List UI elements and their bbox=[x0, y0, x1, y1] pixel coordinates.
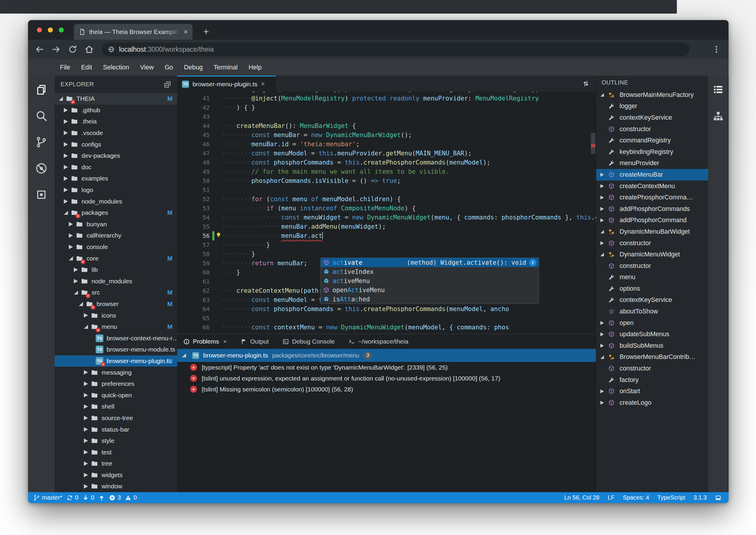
chevron-expanded-icon[interactable] bbox=[59, 97, 63, 101]
tree-item-core[interactable]: ×coreM bbox=[55, 253, 177, 264]
chevron-collapsed-icon[interactable] bbox=[64, 119, 68, 124]
problems-file-row[interactable]: TS browser-menu-plugin.ts packages/core/… bbox=[177, 349, 596, 362]
code-line[interactable]: 50········phosphorCommands.isVisible·=·(… bbox=[177, 176, 596, 185]
outline-item-onstart[interactable]: onStart bbox=[596, 385, 708, 397]
close-window-button[interactable] bbox=[37, 27, 42, 33]
menu-item-selection[interactable]: Selection bbox=[103, 64, 129, 71]
tree-item-logo[interactable]: logo bbox=[55, 184, 177, 196]
tree-item-browser-context-menu-r-[interactable]: TSbrowser-context-menu-r… bbox=[55, 332, 177, 344]
outline-item-dynamicmenuwidget[interactable]: DynamicMenuWidget bbox=[596, 249, 708, 260]
chevron-collapsed-icon[interactable] bbox=[64, 131, 68, 135]
menu-item-go[interactable]: Go bbox=[165, 64, 173, 71]
reload-icon[interactable] bbox=[68, 44, 78, 54]
outline-item-constructor[interactable]: constructor bbox=[596, 238, 708, 249]
tree-item-preferences[interactable]: preferences bbox=[55, 378, 177, 390]
chevron-collapsed-icon[interactable] bbox=[64, 188, 68, 192]
tree-item-console[interactable]: console bbox=[55, 241, 177, 253]
outline-item-open[interactable]: open bbox=[596, 317, 708, 329]
problem-item[interactable]: ×[typescript] Property 'act' does not ex… bbox=[177, 362, 596, 373]
chevron-collapsed-icon[interactable] bbox=[84, 416, 88, 420]
new-tab-button[interactable]: + bbox=[199, 24, 213, 40]
chevron-collapsed-icon[interactable] bbox=[600, 184, 604, 188]
lightbulb-icon[interactable] bbox=[215, 231, 222, 239]
tree-item-browser[interactable]: ×browserM bbox=[55, 298, 177, 310]
chevron-collapsed-icon[interactable] bbox=[600, 196, 604, 199]
status-warnings[interactable]: 0 bbox=[125, 494, 137, 501]
code-line[interactable]: 66········const·contextMenu·=·new·Dynami… bbox=[177, 323, 596, 332]
suggestion-item[interactable]: activeIndex bbox=[321, 267, 539, 276]
suggestion-item[interactable]: activate(method) Widget.activate(): void… bbox=[321, 258, 539, 267]
chevron-collapsed-icon[interactable] bbox=[84, 450, 88, 454]
tree-item--github[interactable]: .github bbox=[55, 104, 177, 116]
panel-tab-output[interactable]: Output bbox=[240, 338, 269, 345]
chevron-collapsed-icon[interactable] bbox=[600, 241, 604, 245]
chevron-collapsed-icon[interactable] bbox=[84, 462, 88, 466]
outline-item-commandregistry[interactable]: commandRegistry bbox=[596, 135, 708, 146]
chevron-expanded-icon[interactable] bbox=[69, 256, 73, 261]
tree-item--vscode[interactable]: .vscode bbox=[55, 127, 177, 139]
outline-item-options[interactable]: options bbox=[596, 283, 708, 295]
outline-item-logger[interactable]: logger bbox=[596, 101, 708, 112]
tree-item-status-bar[interactable]: status-bar bbox=[55, 424, 177, 435]
code-line[interactable]: 56················menuBar.act bbox=[177, 231, 596, 240]
chevron-expanded-icon[interactable] bbox=[84, 325, 88, 329]
chevron-collapsed-icon[interactable] bbox=[74, 268, 78, 272]
tree-item-doc[interactable]: doc bbox=[55, 162, 177, 173]
code-line[interactable]: 53············if·(menu·instanceof·Compos… bbox=[177, 204, 596, 213]
outline-item-constructor[interactable]: constructor bbox=[596, 260, 708, 272]
outline-item-menuprovider[interactable]: menuProvider bbox=[596, 158, 708, 169]
tree-item-configs[interactable]: configs bbox=[55, 139, 177, 150]
close-panel-tab-icon[interactable]: × bbox=[223, 338, 227, 345]
code-line[interactable]: 48········const·phosphorCommands·=·this.… bbox=[177, 158, 596, 167]
code-line[interactable]: 54················const·menuWidget·=·new… bbox=[177, 213, 596, 222]
chevron-expanded-icon[interactable] bbox=[74, 290, 78, 295]
menu-item-edit[interactable]: Edit bbox=[81, 64, 92, 71]
forward-icon[interactable] bbox=[51, 44, 61, 54]
chevron-collapsed-icon[interactable] bbox=[84, 473, 88, 477]
chevron-collapsed-icon[interactable] bbox=[69, 245, 73, 249]
tree-item-dev-packages[interactable]: dev-packages bbox=[55, 150, 177, 162]
tree-item-source-tree[interactable]: source-tree bbox=[55, 412, 177, 424]
code-line[interactable]: 52········for·(const·menu·of·menuModel.c… bbox=[177, 195, 596, 204]
files-icon[interactable] bbox=[35, 83, 47, 96]
outline-item-createlogo[interactable]: createLogo bbox=[596, 397, 708, 408]
tree-item-menu[interactable]: ×menuM bbox=[55, 321, 177, 333]
chevron-collapsed-icon[interactable] bbox=[600, 207, 604, 211]
chevron-collapsed-icon[interactable] bbox=[64, 108, 68, 112]
chevron-expanded-icon[interactable] bbox=[600, 93, 604, 97]
code-line[interactable]: 46········menuBar.id·=·'theia:menubar'; bbox=[177, 140, 596, 149]
menu-item-help[interactable]: Help bbox=[249, 64, 262, 71]
debug-off-icon[interactable] bbox=[35, 162, 47, 175]
chevron-collapsed-icon[interactable] bbox=[600, 218, 604, 222]
chevron-collapsed-icon[interactable] bbox=[600, 401, 604, 405]
outline-item-constructor[interactable]: constructor bbox=[596, 363, 708, 374]
menu-item-view[interactable]: View bbox=[140, 64, 153, 71]
outline-item-contextkeyservice[interactable]: contextKeyService bbox=[596, 112, 708, 124]
status-cursor-position[interactable]: Ln 56, Col 28 bbox=[564, 494, 600, 501]
menu-item-debug[interactable]: Debug bbox=[184, 64, 202, 71]
tree-item-quick-open[interactable]: quick-open bbox=[55, 389, 177, 401]
menu-item-terminal[interactable]: Terminal bbox=[213, 64, 237, 71]
code-line[interactable]: 45········const·menuBar·=·new·DynamicMen… bbox=[177, 130, 596, 140]
tree-item-callhierarchy[interactable]: callhierarchy bbox=[55, 230, 177, 241]
tree-item--theia[interactable]: .theia bbox=[55, 116, 177, 127]
status-git-branch[interactable]: master* bbox=[33, 494, 62, 501]
status-git-push[interactable] bbox=[98, 494, 105, 501]
tree-item-style[interactable]: style bbox=[55, 435, 177, 447]
status-errors[interactable]: 3 bbox=[109, 494, 121, 501]
code-line[interactable]: 57············} bbox=[177, 240, 596, 250]
problem-item[interactable]: ×[tslint] unused expression, expected an… bbox=[177, 373, 596, 384]
status-indentation[interactable]: Spaces: 4 bbox=[623, 494, 649, 501]
outline-item-contextkeyservice[interactable]: contextKeyService bbox=[596, 295, 708, 306]
zoom-window-button[interactable] bbox=[59, 27, 64, 33]
outline-item-updatesubmenus[interactable]: updateSubMenus bbox=[596, 328, 708, 340]
tree-item-src[interactable]: ×srcM bbox=[55, 287, 177, 298]
chevron-collapsed-icon[interactable] bbox=[64, 142, 68, 147]
chevron-expanded-icon[interactable] bbox=[64, 211, 68, 215]
code-editor[interactable]: 40········@inject(CommandRegistry)·prote… bbox=[177, 92, 596, 334]
tree-item-messaging[interactable]: messaging bbox=[55, 367, 177, 378]
suggestion-item[interactable]: activeMenu bbox=[321, 276, 539, 285]
code-line[interactable]: 42····)·{·} bbox=[177, 103, 596, 112]
tree-item-test[interactable]: test bbox=[55, 446, 177, 458]
panel-tab-debug-console[interactable]: Debug Console bbox=[282, 338, 335, 345]
